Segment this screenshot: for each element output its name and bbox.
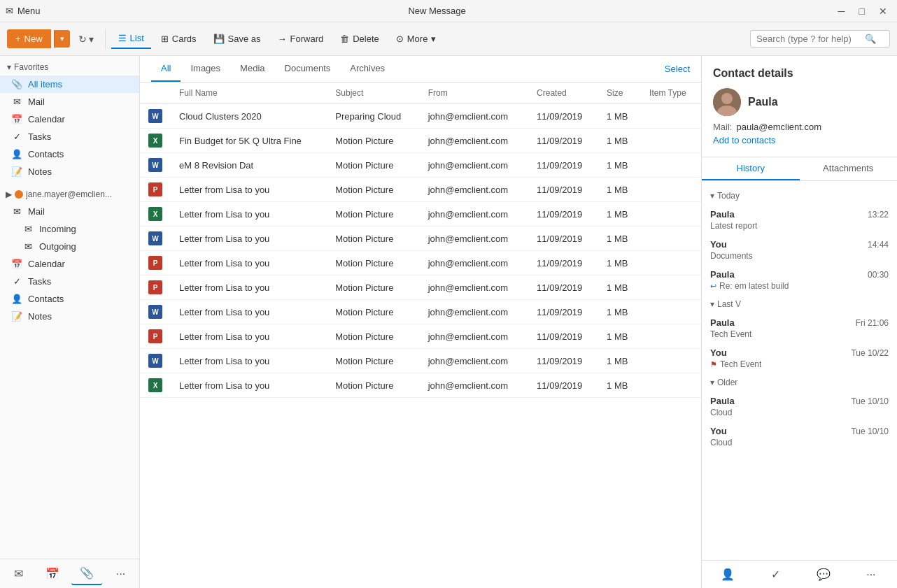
refresh-button[interactable]: ↻ ▾ <box>73 29 99 49</box>
account-header[interactable]: ▶ jane.mayer@emclien... <box>0 186 139 203</box>
search-box[interactable]: 🔍 <box>750 30 890 48</box>
history-item[interactable]: Paula Tue 10/10 Cloud <box>702 392 897 422</box>
account-section: ▶ jane.mayer@emclien... ✉ Mail ✉ Incomin… <box>0 183 139 328</box>
tab-attachments[interactable]: Attachments <box>800 157 898 180</box>
save-as-button[interactable]: 💾 Save as <box>206 29 268 48</box>
sidebar-item-notes2[interactable]: 📝 Notes <box>0 308 139 325</box>
file-type-cell: P <box>140 251 171 275</box>
sidebar-item-tasks2[interactable]: ✓ Tasks <box>0 273 139 290</box>
cp-tasks-button[interactable]: ✓ <box>752 564 798 585</box>
sidebar-item-contacts2[interactable]: 👤 Contacts <box>0 290 139 308</box>
select-button[interactable]: Select <box>665 57 690 81</box>
history-item[interactable]: You 14:44 Documents <box>702 235 897 265</box>
tab-images[interactable]: Images <box>181 56 230 82</box>
cards-view-button[interactable]: ⊞ Cards <box>154 29 204 48</box>
history-section-header[interactable]: ▾Today <box>702 187 897 205</box>
new-button[interactable]: + New <box>7 29 51 48</box>
history-item[interactable]: Paula Fri 21:06 Tech Event <box>702 313 897 343</box>
table-row[interactable]: X Letter from Lisa to you Motion Picture… <box>140 373 701 398</box>
col-itemtype[interactable]: Item Type <box>641 83 701 104</box>
new-dropdown-button[interactable]: ▾ <box>54 30 70 48</box>
col-size[interactable]: Size <box>598 83 641 104</box>
sidebar-item-mail2[interactable]: ✉ Mail <box>0 203 139 220</box>
size-cell: 1 MB <box>598 349 641 373</box>
table-row[interactable]: P Letter from Lisa to you Motion Picture… <box>140 251 701 275</box>
sidebar-attachments-button[interactable]: 📎 <box>71 562 103 585</box>
file-type-icon: P <box>148 256 162 270</box>
table-row[interactable]: X Fin Budget for 5K Q Ultra Fine Motion … <box>140 129 701 153</box>
sidebar-item-outgoing[interactable]: ✉ Outgoing <box>0 238 139 255</box>
table-row[interactable]: W eM 8 Revision Dat Motion Picture john@… <box>140 153 701 178</box>
tab-documents[interactable]: Documents <box>275 56 341 82</box>
close-button[interactable]: ✕ <box>875 4 891 18</box>
sidebar-item-calendar2[interactable]: 📅 Calendar <box>0 255 139 273</box>
table-row[interactable]: W Letter from Lisa to you Motion Picture… <box>140 300 701 324</box>
menu-label[interactable]: Menu <box>17 6 41 16</box>
table-row[interactable]: W Letter from Lisa to you Motion Picture… <box>140 349 701 373</box>
attachments-table-container: Full Name Subject From Created Size Item… <box>140 83 701 588</box>
sidebar-item-tasks[interactable]: ✓ Tasks <box>0 128 139 145</box>
file-type-icon: P <box>148 329 162 343</box>
sidebar-item-mail[interactable]: ✉ Mail <box>0 93 139 110</box>
favorites-header[interactable]: ▾ Favorites <box>0 59 139 76</box>
tab-all[interactable]: All <box>151 56 181 82</box>
table-row[interactable]: P Letter from Lisa to you Motion Picture… <box>140 324 701 349</box>
history-item-detail: Documents <box>710 251 889 261</box>
content-area: All Images Media Documents Archives Sele… <box>140 56 701 588</box>
sidebar-item-incoming[interactable]: ✉ Incoming <box>0 220 139 238</box>
delete-button[interactable]: 🗑 Delete <box>333 29 386 48</box>
file-name-cell: Letter from Lisa to you <box>171 251 327 275</box>
file-name-cell: Letter from Lisa to you <box>171 275 327 300</box>
table-row[interactable]: W Cloud Clusters 2020 Preparing Cloud jo… <box>140 104 701 129</box>
calendar-label: Calendar <box>28 114 65 124</box>
history-item-time: 13:22 <box>868 210 889 220</box>
sidebar-item-contacts[interactable]: 👤 Contacts <box>0 145 139 163</box>
list-view-button[interactable]: ☰ List <box>111 29 151 49</box>
forward-button[interactable]: → Forward <box>271 29 331 48</box>
from-cell: john@emclient.com <box>420 275 528 300</box>
col-subject[interactable]: Subject <box>327 83 419 104</box>
tab-media[interactable]: Media <box>230 56 274 82</box>
sidebar-item-notes1[interactable]: 📝 Notes <box>0 163 139 180</box>
add-contact-link[interactable]: Add to contacts <box>713 135 886 145</box>
more-button[interactable]: ⊙ More ▾ <box>389 29 444 48</box>
tasks-label2: Tasks <box>28 276 51 287</box>
history-item[interactable]: Paula 00:30 ↩Re: em latest build <box>702 265 897 295</box>
history-item-name: You <box>710 426 727 436</box>
history-item[interactable]: You Tue 10/22 ⚑Tech Event <box>702 343 897 373</box>
mail-label2: Mail <box>28 206 45 217</box>
plus-icon: + <box>15 34 21 44</box>
sidebar-mail-button[interactable]: ✉ <box>3 562 34 585</box>
item-type-cell <box>641 178 701 202</box>
table-row[interactable]: W Letter from Lisa to you Motion Picture… <box>140 227 701 251</box>
sidebar-calendar-button[interactable]: 📅 <box>37 562 69 585</box>
cp-chat-button[interactable]: 💬 <box>800 564 847 585</box>
tab-history[interactable]: History <box>702 157 800 180</box>
contact-email[interactable]: paula@emclient.com <box>736 122 821 132</box>
table-row[interactable]: X Letter from Lisa to you Motion Picture… <box>140 202 701 227</box>
history-item[interactable]: Paula 13:22 Latest report <box>702 205 897 235</box>
sidebar-item-calendar[interactable]: 📅 Calendar <box>0 110 139 128</box>
col-created[interactable]: Created <box>528 83 598 104</box>
flag-icon: ⚑ <box>710 360 717 369</box>
sidebar-item-all-items[interactable]: 📎 All items <box>0 76 139 93</box>
cp-contact-button[interactable]: 👤 <box>705 564 751 585</box>
tab-archives[interactable]: Archives <box>340 56 395 82</box>
table-row[interactable]: P Letter from Lisa to you Motion Picture… <box>140 178 701 202</box>
cp-more-button[interactable]: ··· <box>848 564 894 585</box>
minimize-button[interactable]: ─ <box>834 4 849 18</box>
from-cell: john@emclient.com <box>420 153 528 178</box>
maximize-button[interactable]: □ <box>855 4 869 18</box>
history-item[interactable]: You Tue 10/10 Cloud <box>702 422 897 452</box>
table-row[interactable]: P Letter from Lisa to you Motion Picture… <box>140 275 701 300</box>
created-cell: 11/09/2019 <box>528 202 598 227</box>
subject-cell: Motion Picture <box>327 129 419 153</box>
history-section-header[interactable]: ▾Last V <box>702 295 897 313</box>
col-from[interactable]: From <box>420 83 528 104</box>
search-icon[interactable]: 🔍 <box>865 34 876 44</box>
history-section-header[interactable]: ▾Older <box>702 373 897 392</box>
delete-icon: 🗑 <box>340 34 349 44</box>
col-fullname[interactable]: Full Name <box>171 83 327 104</box>
search-input[interactable] <box>756 34 861 44</box>
sidebar-more-button[interactable]: ··· <box>105 562 136 585</box>
